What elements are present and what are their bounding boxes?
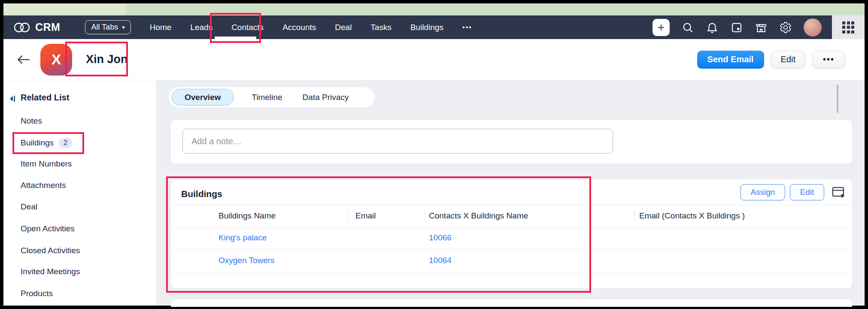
nav-tab-home[interactable]: Home [150,23,172,32]
contact-initial: X [52,51,61,68]
related-list-sidebar: Related List Notes Buildings 2 Item Numb… [3,80,157,306]
assign-button[interactable]: Assign [741,184,785,200]
column-separator [349,210,349,221]
row-divider [174,250,849,250]
plus-icon [656,22,666,33]
junction-link-10064[interactable]: 10064 [429,256,452,265]
module-tabs: Home Leads Contacts Accounts Deal Tasks … [150,23,472,32]
back-button[interactable] [16,54,31,65]
all-tabs-dropdown[interactable]: All Tabs ▾ [85,20,131,34]
column-separator [425,210,425,221]
tab-timeline[interactable]: Timeline [252,93,282,102]
quick-create-button[interactable] [653,19,670,36]
contact-avatar: X [40,44,72,76]
nav-tab-accounts[interactable]: Accounts [282,23,316,32]
settings-gear-icon[interactable] [779,21,792,34]
related-list-title: Related List [21,93,69,103]
col-header-buildings-name[interactable]: Buildings Name [219,211,276,221]
browser-top-strip [3,3,865,15]
send-email-button[interactable]: Send Email [697,51,764,69]
avatar-photo-blurred [804,18,822,36]
sidebar-item-attachments[interactable]: Attachments [21,181,66,190]
next-section-card-partial [171,299,852,307]
sidebar-item-item-numbers[interactable]: Item Numbers [21,159,72,169]
nav-more-tabs-button[interactable]: ••• [462,24,472,31]
sidebar-item-invited-meetings[interactable]: Invited Meetings [21,267,80,276]
notifications-bell-icon[interactable] [706,21,719,34]
buildings-section-title: Buildings [181,189,222,199]
building-link-kings-palace[interactable]: King's palace [219,233,267,242]
apps-launcher-panel[interactable] [832,15,865,39]
chevron-down-icon: ▾ [122,24,125,30]
apps-grid-icon [842,21,854,33]
calendar-icon[interactable] [730,21,743,34]
column-separator [634,210,634,221]
edit-record-button[interactable]: Edit [771,51,805,69]
nav-tab-leads[interactable]: Leads [190,23,212,32]
sidebar-item-deal[interactable]: Deal [21,202,37,212]
sidebar-item-products[interactable]: Products [21,289,53,298]
buildings-section-actions: Assign Edit [741,184,846,200]
nav-tab-buildings[interactable]: Buildings [410,23,443,32]
add-note-input[interactable] [182,129,613,154]
sidebar-item-closed-activities[interactable]: Closed Activities [21,246,80,255]
crm-top-navbar: CRM All Tabs ▾ Home Leads Contacts Accou… [3,15,865,39]
col-header-email-contacts-x-buildings[interactable]: Email (Contacts X Buildings ) [639,211,745,221]
buildings-count-badge: 2 [59,138,72,148]
navbar-right-cluster [653,18,822,36]
nav-tab-tasks[interactable]: Tasks [370,23,392,32]
row-divider [174,227,849,228]
product-title: CRM [35,21,60,33]
record-action-buttons: Send Email Edit ••• [697,51,845,69]
search-icon[interactable] [681,21,694,34]
building-link-oxygen-towers[interactable]: Oxygen Towers [219,256,275,265]
contact-name: Xin Jon [86,53,128,66]
record-body: Related List Notes Buildings 2 Item Numb… [3,80,865,306]
section-divider [171,205,852,205]
add-column-icon [831,185,846,200]
nav-tab-contacts[interactable]: Contacts [231,23,264,32]
notes-card [171,120,852,164]
contact-record-header: X Xin Jon Send Email Edit ••• [3,39,865,80]
user-avatar[interactable] [804,18,822,36]
tab-data-privacy[interactable]: Data Privacy [303,93,349,102]
sidebar-item-notes[interactable]: Notes [21,116,42,126]
sidebar-item-open-activities[interactable]: Open Activities [21,224,75,233]
buildings-related-card: Buildings Assign Edit Buildings Name Ema… [171,179,852,288]
edit-columns-button[interactable]: Edit [790,184,824,200]
back-arrow-icon [16,54,31,65]
collapse-sidebar-icon[interactable] [9,94,18,103]
content-scrollbar-thumb[interactable] [837,85,838,113]
zoho-logo-icon [12,21,32,34]
col-header-email[interactable]: Email [355,211,376,221]
marketplace-store-icon[interactable] [755,21,768,34]
all-tabs-label: All Tabs [91,23,118,32]
row-divider [174,273,849,274]
nav-tab-deal[interactable]: Deal [335,23,352,32]
crm-screenshot: CRM All Tabs ▾ Home Leads Contacts Accou… [0,0,868,309]
browser-tab-shape [3,3,127,15]
navbar-left-cluster: CRM All Tabs ▾ Home Leads Contacts Accou… [3,20,472,34]
tab-overview[interactable]: Overview [172,89,234,106]
add-column-button[interactable] [831,185,846,200]
sidebar-item-buildings[interactable]: Buildings 2 [21,138,72,148]
record-content-area: Overview Timeline Data Privacy Buildings… [157,80,865,306]
more-actions-button[interactable]: ••• [812,51,845,69]
record-view-tabs: Overview Timeline Data Privacy [169,87,374,107]
junction-link-10066[interactable]: 10066 [429,233,452,242]
col-header-contacts-x-buildings-name[interactable]: Contacts X Buildings Name [429,211,528,221]
